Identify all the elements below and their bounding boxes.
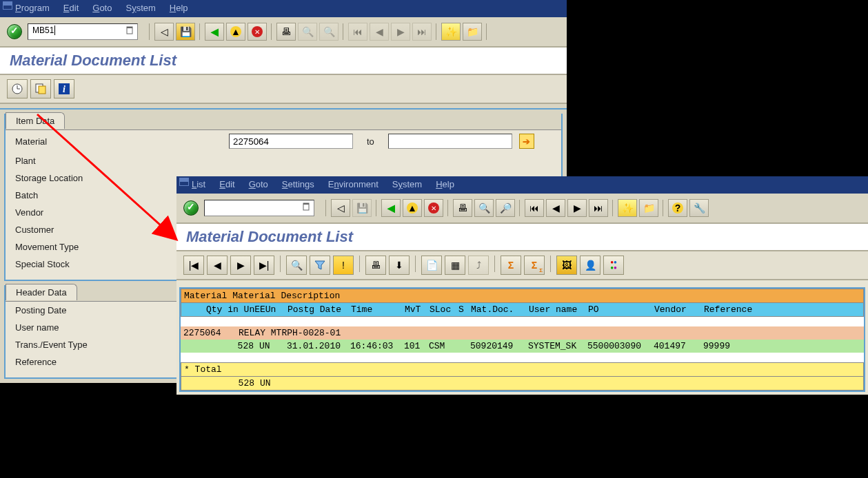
next-icon[interactable]: ▶ bbox=[230, 256, 251, 275]
exit-yellow-icon[interactable]: ▲ bbox=[226, 23, 245, 41]
save-icon: 💾 bbox=[352, 199, 372, 217]
total-label: * Total bbox=[184, 364, 222, 375]
print-icon[interactable]: 🖶 bbox=[276, 23, 296, 41]
first-icon[interactable]: |◀ bbox=[183, 256, 204, 275]
menubar: List Edit Goto Settings Environment Syst… bbox=[192, 179, 862, 189]
first-page-icon[interactable]: ⏮ bbox=[525, 199, 544, 217]
val-qty: 528 bbox=[183, 341, 259, 351]
val-time: 16:46:03 bbox=[350, 341, 404, 351]
sap-corner-icon bbox=[179, 178, 189, 186]
last-page-icon[interactable]: ⏭ bbox=[589, 199, 608, 217]
titlebar: Program Edit Goto System Help bbox=[0, 0, 567, 17]
total-qty: 528 bbox=[184, 378, 260, 388]
cancel-red-icon[interactable]: ✕ bbox=[248, 23, 267, 41]
header-data-tab[interactable]: Header Data bbox=[6, 284, 77, 300]
find-icon[interactable]: 🔍 bbox=[474, 199, 494, 217]
next-page-icon[interactable]: ▶ bbox=[567, 199, 587, 217]
prev-icon[interactable]: ◀ bbox=[207, 256, 228, 275]
back-green-icon[interactable]: ◀ bbox=[381, 199, 401, 217]
separator bbox=[280, 256, 281, 272]
menu-goto[interactable]: Goto bbox=[249, 179, 268, 189]
separator bbox=[359, 256, 360, 272]
change-layout-icon[interactable]: ▦ bbox=[445, 256, 465, 275]
val-matdesc: RELAY MTRPH-0028-01 bbox=[239, 328, 341, 338]
create-shortcut-icon[interactable]: ✨ bbox=[441, 23, 461, 41]
create-shortcut-icon[interactable]: ✨ bbox=[618, 199, 637, 217]
item-data-tab[interactable]: Item Data bbox=[6, 112, 65, 129]
command-field[interactable] bbox=[204, 200, 314, 216]
menu-environment[interactable]: Environment bbox=[328, 179, 379, 189]
prev-icon: ◀ bbox=[370, 23, 389, 41]
back-green-icon[interactable]: ◀ bbox=[205, 23, 224, 41]
menu-program[interactable]: Program bbox=[15, 3, 50, 13]
command-value: MB51 bbox=[32, 25, 54, 35]
abc-icon[interactable]: ●●●● bbox=[603, 256, 624, 275]
save-icon[interactable]: 💾 bbox=[176, 23, 195, 41]
info-icon[interactable]: i bbox=[54, 79, 74, 98]
warning-icon[interactable]: ! bbox=[333, 256, 354, 275]
separator bbox=[343, 23, 343, 40]
val-s bbox=[458, 341, 470, 351]
last-icon: ⏭ bbox=[412, 23, 432, 41]
multiple-selection-icon[interactable]: ➔ bbox=[519, 134, 534, 149]
menu-edit[interactable]: Edit bbox=[219, 179, 234, 189]
val-mvt: 101 bbox=[404, 341, 429, 351]
menu-system[interactable]: System bbox=[125, 3, 155, 13]
last-icon[interactable]: ▶| bbox=[254, 256, 274, 275]
separator bbox=[376, 200, 376, 216]
titlebar: List Edit Goto Settings Environment Syst… bbox=[176, 176, 868, 194]
help-icon[interactable]: ? bbox=[668, 199, 687, 217]
menu-edit[interactable]: Edit bbox=[63, 3, 79, 13]
subtotal-icon[interactable]: ΣΣ bbox=[524, 256, 545, 275]
menu-help[interactable]: Help bbox=[436, 179, 454, 189]
local-layout-icon[interactable]: 📁 bbox=[463, 23, 482, 41]
dropdown-icon[interactable] bbox=[125, 25, 136, 38]
dropdown-icon[interactable] bbox=[301, 202, 312, 214]
exit-yellow-icon[interactable]: ▲ bbox=[403, 199, 422, 217]
separator bbox=[486, 23, 487, 40]
ok-icon[interactable] bbox=[7, 24, 22, 39]
command-field[interactable]: MB51 bbox=[28, 23, 138, 40]
print-icon[interactable]: 🖶 bbox=[453, 199, 472, 217]
save-layout-icon[interactable]: ⤴ bbox=[468, 256, 489, 275]
menu-list[interactable]: List bbox=[192, 179, 205, 189]
first-icon: ⏮ bbox=[348, 23, 367, 41]
filter-icon[interactable] bbox=[310, 256, 330, 275]
material-header-row[interactable]: 2275064 RELAY MTRPH-0028-01 bbox=[181, 326, 864, 340]
menu-goto[interactable]: Goto bbox=[92, 3, 112, 13]
sigma-icon[interactable]: Σ bbox=[501, 256, 521, 275]
user-icon[interactable]: 👤 bbox=[580, 256, 600, 275]
customize-icon[interactable]: 🔧 bbox=[689, 199, 709, 217]
graphic-icon[interactable]: 🖼 bbox=[556, 256, 577, 275]
val-sloc: CSM bbox=[429, 341, 458, 351]
cancel-red-icon[interactable]: ✕ bbox=[424, 199, 443, 217]
field-row-material: Material to ➔ bbox=[15, 130, 552, 152]
back-icon[interactable]: ◁ bbox=[154, 23, 174, 41]
val-vendor: 401497 bbox=[654, 341, 703, 351]
separator bbox=[199, 23, 200, 40]
material-high-input[interactable] bbox=[388, 134, 512, 149]
back-icon[interactable]: ◁ bbox=[331, 199, 350, 217]
total-value-row: 528 UN bbox=[181, 377, 864, 391]
export-icon[interactable]: ⬇ bbox=[389, 256, 410, 275]
col-user: User name bbox=[529, 304, 588, 315]
menu-help[interactable]: Help bbox=[170, 3, 188, 13]
findnext-icon[interactable]: 🔎 bbox=[496, 199, 515, 217]
spacer bbox=[181, 353, 864, 362]
detail-icon[interactable]: 🔍 bbox=[286, 256, 307, 275]
get-variant-icon[interactable] bbox=[30, 79, 51, 98]
print-icon[interactable]: 🖶 bbox=[365, 256, 386, 275]
ok-icon[interactable] bbox=[183, 200, 199, 216]
material-low-input[interactable] bbox=[229, 134, 353, 149]
prev-page-icon[interactable]: ◀ bbox=[546, 199, 565, 217]
col-mvt: MvT bbox=[405, 304, 430, 315]
field-label: Material bbox=[15, 136, 229, 147]
menu-settings[interactable]: Settings bbox=[282, 179, 314, 189]
execute-icon[interactable] bbox=[7, 79, 28, 98]
choose-layout-icon[interactable]: 📄 bbox=[421, 256, 442, 275]
menu-system[interactable]: System bbox=[392, 179, 422, 189]
alv-list: Material Material Description Qty in UnE… bbox=[179, 287, 865, 392]
separator bbox=[415, 256, 416, 272]
local-layout-icon[interactable]: 📁 bbox=[639, 199, 658, 217]
data-row[interactable]: 528 UN 31.01.2010 16:46:03 101 CSM 50920… bbox=[181, 340, 864, 353]
